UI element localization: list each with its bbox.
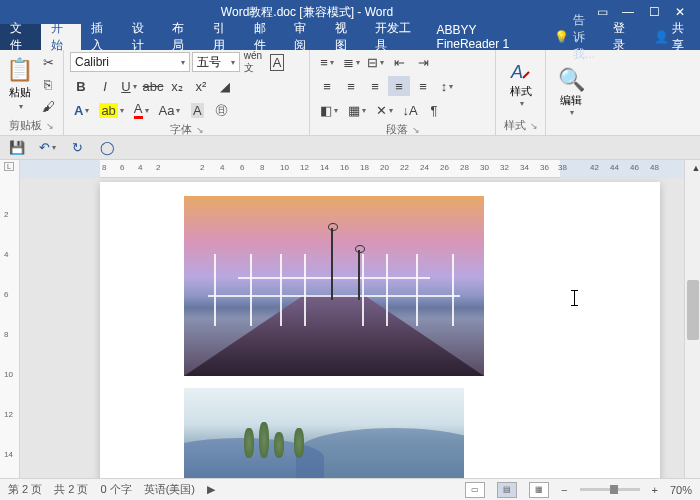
undo-button[interactable]: ↶▾ [36, 138, 58, 158]
font-size-input[interactable]: 五号▾ [192, 52, 240, 72]
inserted-image-watercolor[interactable] [184, 388, 464, 478]
enclose-char-button[interactable]: ㊐ [210, 100, 232, 120]
align-center-button[interactable]: ≡ [340, 76, 362, 96]
tab-references[interactable]: 引用 [203, 24, 244, 50]
window-title: Word教程.doc [兼容模式] - Word [24, 4, 590, 21]
italic-button[interactable]: I [94, 76, 116, 96]
vertical-ruler[interactable]: L 2468101214 [0, 160, 20, 500]
ruler-tick: 44 [610, 163, 619, 172]
status-language[interactable]: 英语(美国) [144, 482, 195, 497]
copy-button[interactable]: ⎘ [37, 74, 59, 94]
inserted-image-pier[interactable] [184, 196, 484, 376]
outdent-icon: ⇤ [394, 55, 405, 70]
ruler-tick: 28 [460, 163, 469, 172]
page[interactable] [100, 182, 660, 500]
show-marks-button[interactable]: ¶ [423, 100, 445, 120]
tab-devtools[interactable]: 开发工具 [365, 24, 426, 50]
highlight-button[interactable]: ab▾ [95, 100, 127, 120]
ruler-tick: 42 [590, 163, 599, 172]
bullets-button[interactable]: ≡▾ [316, 52, 338, 72]
align-left-button[interactable]: ≡ [316, 76, 338, 96]
sort-button[interactable]: ↓A [399, 100, 421, 120]
save-button[interactable]: 💾 [6, 138, 28, 158]
view-read-button[interactable]: ▭ [465, 482, 485, 498]
tab-review[interactable]: 审阅 [284, 24, 325, 50]
redo-button[interactable]: ↻ [66, 138, 88, 158]
justify-button[interactable]: ≡ [388, 76, 410, 96]
view-web-button[interactable]: ▦ [529, 482, 549, 498]
ribbon: 📋 粘贴 ▾ ✂ ⎘ 🖌 剪贴板↘ Calibri▾ 五号▾ wén文 A B … [0, 50, 700, 136]
subscript-button[interactable]: x₂ [166, 76, 188, 96]
status-total-pages[interactable]: 共 2 页 [54, 482, 88, 497]
borders-button[interactable]: ▦▾ [344, 100, 370, 120]
font-color-button[interactable]: A▾ [130, 100, 153, 120]
shading-button[interactable]: ◧▾ [316, 100, 342, 120]
tab-mailings[interactable]: 邮件 [244, 24, 285, 50]
tab-layout[interactable]: 布局 [162, 24, 203, 50]
format-painter-button[interactable]: 🖌 [37, 96, 59, 116]
scroll-thumb[interactable] [687, 280, 699, 340]
multilevel-button[interactable]: ⊟▾ [364, 52, 386, 72]
char-shading-button[interactable]: A [186, 100, 208, 120]
status-page[interactable]: 第 2 页 [8, 482, 42, 497]
share-button[interactable]: 👤 共享 [644, 24, 700, 50]
line-spacing-button[interactable]: ↕▾ [436, 76, 458, 96]
asian-layout-button[interactable]: ✕▾ [372, 100, 397, 120]
tab-view[interactable]: 视图 [325, 24, 366, 50]
dialog-launcher-icon[interactable]: ↘ [46, 121, 54, 131]
vertical-scrollbar[interactable]: ▲ [684, 160, 700, 500]
minimize-icon[interactable]: — [616, 2, 640, 22]
ruler-tick: 4 [220, 163, 224, 172]
char-border-button[interactable]: A [266, 52, 288, 72]
login-button[interactable]: 登录 [603, 24, 644, 50]
tab-design[interactable]: 设计 [122, 24, 163, 50]
tab-abbyy[interactable]: ABBYY FineReader 1 [427, 24, 546, 50]
zoom-level[interactable]: 70% [670, 484, 692, 496]
numbering-button[interactable]: ≣▾ [340, 52, 362, 72]
view-print-button[interactable]: ▤ [497, 482, 517, 498]
qat-extra-button[interactable]: ◯ [96, 138, 118, 158]
underline-button[interactable]: U▾ [118, 76, 140, 96]
superscript-button[interactable]: x² [190, 76, 212, 96]
scroll-up-icon[interactable]: ▲ [685, 160, 700, 176]
align-right-button[interactable]: ≡ [364, 76, 386, 96]
ruler-tick: 22 [400, 163, 409, 172]
close-icon[interactable]: ✕ [668, 2, 692, 22]
italic-icon: I [103, 79, 107, 94]
strike-icon: abc [143, 79, 164, 94]
tab-file[interactable]: 文件 [0, 24, 41, 50]
eraser-icon: ◢ [220, 79, 230, 94]
font-name-input[interactable]: Calibri▾ [70, 52, 190, 72]
grow-font-button[interactable]: Aa▾ [155, 100, 185, 120]
ruler-tick: 4 [4, 250, 8, 259]
distribute-icon: ≡ [419, 79, 427, 94]
shading-a-icon: A [191, 103, 204, 118]
phonetic-guide-button[interactable]: wén文 [242, 52, 264, 72]
dialog-launcher-icon[interactable]: ↘ [196, 125, 204, 135]
status-word-count[interactable]: 0 个字 [100, 482, 131, 497]
strike-button[interactable]: abc [142, 76, 164, 96]
dialog-launcher-icon[interactable]: ↘ [530, 121, 538, 131]
text-effects-button[interactable]: A▾ [70, 100, 93, 120]
tab-selector[interactable]: L [4, 162, 14, 171]
styles-button[interactable]: A 样式▾ [502, 52, 539, 116]
dialog-launcher-icon[interactable]: ↘ [412, 125, 420, 135]
zoom-in-button[interactable]: + [652, 484, 658, 496]
bucket-icon: ◧ [320, 103, 332, 118]
tell-me-search[interactable]: 💡告诉我... [546, 24, 603, 50]
maximize-icon[interactable]: ☐ [642, 2, 666, 22]
horizontal-ruler[interactable]: 8642246810121416182022242628303234363842… [20, 160, 700, 178]
zoom-out-button[interactable]: − [561, 484, 567, 496]
distribute-button[interactable]: ≡ [412, 76, 434, 96]
bold-button[interactable]: B [70, 76, 92, 96]
status-macro-icon[interactable]: ▶ [207, 483, 215, 496]
tab-insert[interactable]: 插入 [81, 24, 122, 50]
editing-button[interactable]: 🔍 编辑▾ [552, 52, 590, 131]
clear-format-button[interactable]: ◢ [214, 76, 236, 96]
tab-home[interactable]: 开始 [41, 24, 82, 50]
zoom-slider[interactable] [580, 488, 640, 491]
increase-indent-button[interactable]: ⇥ [412, 52, 434, 72]
decrease-indent-button[interactable]: ⇤ [388, 52, 410, 72]
paste-button[interactable]: 📋 粘贴 ▾ [6, 52, 33, 116]
cut-button[interactable]: ✂ [37, 52, 59, 72]
